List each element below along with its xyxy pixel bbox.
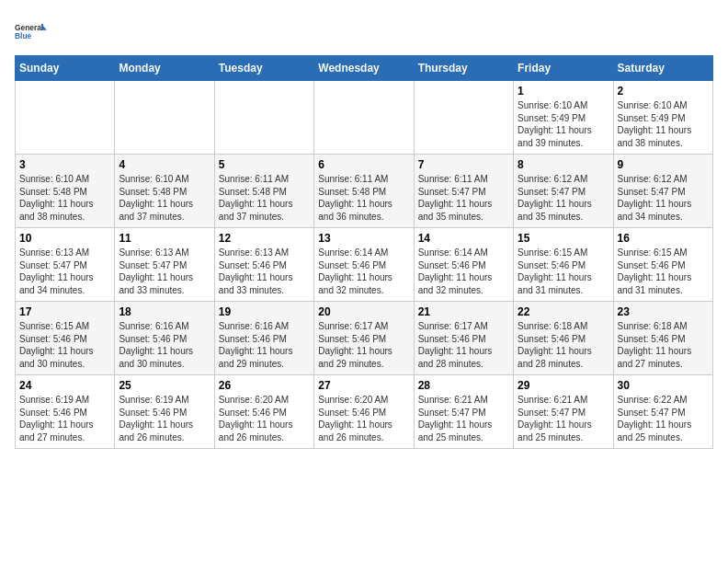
day-detail: Sunrise: 6:17 AMSunset: 5:46 PMDaylight:… [418, 320, 509, 370]
weekday-header-friday: Friday [514, 56, 613, 81]
day-detail: Sunrise: 6:13 AMSunset: 5:46 PMDaylight:… [219, 247, 310, 296]
day-number: 29 [518, 379, 609, 392]
calendar-cell [16, 81, 115, 155]
day-number: 18 [119, 305, 210, 318]
day-detail: Sunrise: 6:10 AMSunset: 5:48 PMDaylight:… [119, 173, 210, 223]
day-detail: Sunrise: 6:11 AMSunset: 5:47 PMDaylight:… [418, 173, 509, 223]
day-detail: Sunrise: 6:19 AMSunset: 5:46 PMDaylight:… [19, 394, 110, 443]
day-number: 26 [219, 379, 310, 392]
day-detail: Sunrise: 6:11 AMSunset: 5:48 PMDaylight:… [318, 173, 409, 223]
weekday-header-monday: Monday [115, 56, 214, 81]
calendar-cell: 22Sunrise: 6:18 AMSunset: 5:46 PMDayligh… [514, 302, 613, 375]
day-number: 15 [518, 232, 609, 245]
day-number: 30 [618, 379, 709, 392]
calendar-cell: 19Sunrise: 6:16 AMSunset: 5:46 PMDayligh… [214, 302, 313, 375]
calendar-week-3: 10Sunrise: 6:13 AMSunset: 5:47 PMDayligh… [16, 228, 713, 302]
calendar-cell: 8Sunrise: 6:12 AMSunset: 5:47 PMDaylight… [514, 155, 613, 228]
calendar-cell: 20Sunrise: 6:17 AMSunset: 5:46 PMDayligh… [314, 302, 414, 375]
day-number: 25 [119, 379, 210, 392]
day-detail: Sunrise: 6:10 AMSunset: 5:49 PMDaylight:… [518, 99, 609, 149]
day-number: 21 [418, 305, 509, 318]
calendar-week-4: 17Sunrise: 6:15 AMSunset: 5:46 PMDayligh… [16, 302, 713, 375]
day-number: 5 [219, 158, 310, 171]
calendar-cell: 9Sunrise: 6:12 AMSunset: 5:47 PMDaylight… [613, 155, 712, 228]
day-detail: Sunrise: 6:16 AMSunset: 5:46 PMDaylight:… [219, 320, 310, 370]
day-detail: Sunrise: 6:15 AMSunset: 5:46 PMDaylight:… [19, 320, 110, 370]
weekday-header-tuesday: Tuesday [214, 56, 313, 81]
svg-text:Blue: Blue [15, 31, 32, 40]
day-number: 23 [618, 305, 709, 318]
calendar-week-5: 24Sunrise: 6:19 AMSunset: 5:46 PMDayligh… [16, 375, 713, 449]
day-detail: Sunrise: 6:10 AMSunset: 5:48 PMDaylight:… [19, 173, 110, 223]
day-number: 14 [418, 232, 509, 245]
day-detail: Sunrise: 6:12 AMSunset: 5:47 PMDaylight:… [618, 173, 709, 223]
calendar-cell: 1Sunrise: 6:10 AMSunset: 5:49 PMDaylight… [514, 81, 613, 155]
calendar-cell: 23Sunrise: 6:18 AMSunset: 5:46 PMDayligh… [613, 302, 712, 375]
calendar-cell [214, 81, 313, 155]
calendar-cell: 21Sunrise: 6:17 AMSunset: 5:46 PMDayligh… [414, 302, 513, 375]
day-detail: Sunrise: 6:20 AMSunset: 5:46 PMDaylight:… [318, 394, 409, 443]
logo: GeneralBlue [15, 15, 48, 48]
calendar-cell: 26Sunrise: 6:20 AMSunset: 5:46 PMDayligh… [214, 375, 313, 449]
calendar-cell: 25Sunrise: 6:19 AMSunset: 5:46 PMDayligh… [115, 375, 214, 449]
calendar-cell: 27Sunrise: 6:20 AMSunset: 5:46 PMDayligh… [314, 375, 414, 449]
day-number: 28 [418, 379, 509, 392]
day-number: 9 [618, 158, 709, 171]
day-number: 11 [119, 232, 210, 245]
day-number: 16 [618, 232, 709, 245]
calendar-cell: 7Sunrise: 6:11 AMSunset: 5:47 PMDaylight… [414, 155, 513, 228]
calendar-cell: 30Sunrise: 6:22 AMSunset: 5:47 PMDayligh… [613, 375, 712, 449]
calendar-cell: 6Sunrise: 6:11 AMSunset: 5:48 PMDaylight… [314, 155, 414, 228]
day-number: 3 [19, 158, 110, 171]
day-number: 7 [418, 158, 509, 171]
calendar-cell: 28Sunrise: 6:21 AMSunset: 5:47 PMDayligh… [414, 375, 513, 449]
day-detail: Sunrise: 6:14 AMSunset: 5:46 PMDaylight:… [418, 247, 509, 296]
weekday-header-thursday: Thursday [414, 56, 513, 81]
day-detail: Sunrise: 6:15 AMSunset: 5:46 PMDaylight:… [518, 247, 609, 296]
weekday-header-saturday: Saturday [613, 56, 712, 81]
calendar-cell: 2Sunrise: 6:10 AMSunset: 5:49 PMDaylight… [613, 81, 712, 155]
day-detail: Sunrise: 6:13 AMSunset: 5:47 PMDaylight:… [119, 247, 210, 296]
calendar-cell: 10Sunrise: 6:13 AMSunset: 5:47 PMDayligh… [16, 228, 115, 302]
calendar-cell: 12Sunrise: 6:13 AMSunset: 5:46 PMDayligh… [214, 228, 313, 302]
day-number: 1 [518, 85, 609, 98]
day-detail: Sunrise: 6:15 AMSunset: 5:46 PMDaylight:… [618, 247, 709, 296]
header: GeneralBlue [15, 15, 713, 48]
day-number: 6 [318, 158, 409, 171]
calendar-cell: 3Sunrise: 6:10 AMSunset: 5:48 PMDaylight… [16, 155, 115, 228]
day-number: 22 [518, 305, 609, 318]
day-number: 20 [318, 305, 409, 318]
day-detail: Sunrise: 6:21 AMSunset: 5:47 PMDaylight:… [518, 394, 609, 443]
day-detail: Sunrise: 6:19 AMSunset: 5:46 PMDaylight:… [119, 394, 210, 443]
day-detail: Sunrise: 6:11 AMSunset: 5:48 PMDaylight:… [219, 173, 310, 223]
day-number: 12 [219, 232, 310, 245]
day-number: 8 [518, 158, 609, 171]
calendar-cell: 11Sunrise: 6:13 AMSunset: 5:47 PMDayligh… [115, 228, 214, 302]
calendar-cell: 24Sunrise: 6:19 AMSunset: 5:46 PMDayligh… [16, 375, 115, 449]
day-detail: Sunrise: 6:22 AMSunset: 5:47 PMDaylight:… [618, 394, 709, 443]
calendar-cell: 4Sunrise: 6:10 AMSunset: 5:48 PMDaylight… [115, 155, 214, 228]
day-detail: Sunrise: 6:18 AMSunset: 5:46 PMDaylight:… [518, 320, 609, 370]
day-detail: Sunrise: 6:14 AMSunset: 5:46 PMDaylight:… [318, 247, 409, 296]
calendar-cell: 14Sunrise: 6:14 AMSunset: 5:46 PMDayligh… [414, 228, 513, 302]
calendar-cell: 29Sunrise: 6:21 AMSunset: 5:47 PMDayligh… [514, 375, 613, 449]
svg-marker-2 [41, 24, 47, 30]
calendar-week-2: 3Sunrise: 6:10 AMSunset: 5:48 PMDaylight… [16, 155, 713, 228]
day-detail: Sunrise: 6:21 AMSunset: 5:47 PMDaylight:… [418, 394, 509, 443]
day-detail: Sunrise: 6:17 AMSunset: 5:46 PMDaylight:… [318, 320, 409, 370]
calendar-week-1: 1Sunrise: 6:10 AMSunset: 5:49 PMDaylight… [16, 81, 713, 155]
day-detail: Sunrise: 6:13 AMSunset: 5:47 PMDaylight:… [19, 247, 110, 296]
calendar-cell [115, 81, 214, 155]
calendar-cell: 13Sunrise: 6:14 AMSunset: 5:46 PMDayligh… [314, 228, 414, 302]
calendar-cell: 17Sunrise: 6:15 AMSunset: 5:46 PMDayligh… [16, 302, 115, 375]
calendar-cell: 16Sunrise: 6:15 AMSunset: 5:46 PMDayligh… [613, 228, 712, 302]
day-number: 10 [19, 232, 110, 245]
day-number: 2 [618, 85, 709, 98]
day-number: 24 [19, 379, 110, 392]
day-detail: Sunrise: 6:12 AMSunset: 5:47 PMDaylight:… [518, 173, 609, 223]
day-detail: Sunrise: 6:16 AMSunset: 5:46 PMDaylight:… [119, 320, 210, 370]
day-detail: Sunrise: 6:10 AMSunset: 5:49 PMDaylight:… [618, 99, 709, 149]
day-number: 27 [318, 379, 409, 392]
day-detail: Sunrise: 6:20 AMSunset: 5:46 PMDaylight:… [219, 394, 310, 443]
svg-text:General: General [15, 23, 43, 32]
